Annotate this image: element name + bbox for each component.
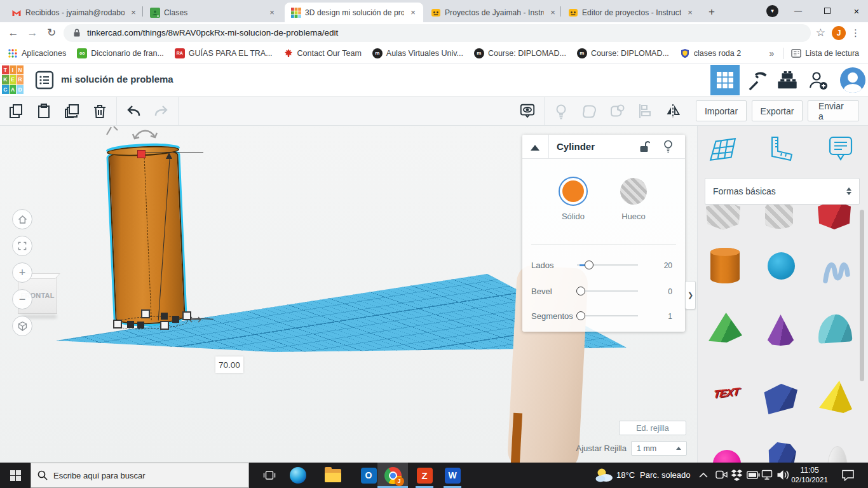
- taskbar-clock[interactable]: 11:05 02/10/2021: [788, 463, 831, 488]
- edge-taskbar-button[interactable]: [285, 463, 311, 488]
- rotate-handle-icon[interactable]: [105, 126, 119, 136]
- show-all-icon[interactable]: [519, 103, 536, 119]
- material-hole-button[interactable]: [620, 178, 647, 205]
- zoom-in-button[interactable]: +: [12, 262, 32, 283]
- delete-icon[interactable]: [92, 103, 108, 119]
- shape-pyramid[interactable]: [818, 381, 852, 413]
- tinkercad-logo[interactable]: T I N K E R C A D: [2, 65, 24, 94]
- blocks-mode-button[interactable]: [773, 65, 802, 95]
- send-to-button[interactable]: Enviar a: [808, 100, 859, 121]
- bevel-slider-handle[interactable]: [576, 287, 585, 295]
- segments-slider-track[interactable]: [577, 315, 638, 316]
- browser-menu-icon[interactable]: ⋮: [851, 27, 860, 39]
- window-minimize-button[interactable]: —: [787, 0, 810, 22]
- shape-text[interactable]: TEXT: [708, 383, 745, 404]
- home-view-button[interactable]: [12, 209, 32, 229]
- reading-list-button[interactable]: Lista de lectura: [791, 48, 859, 58]
- explorer-taskbar-button[interactable]: [320, 463, 346, 488]
- duplicate-icon[interactable]: [64, 103, 80, 119]
- unlock-icon[interactable]: [639, 140, 650, 153]
- forward-button[interactable]: →: [23, 27, 42, 39]
- new-tab-button[interactable]: +: [704, 5, 719, 20]
- bookmark-aulas[interactable]: m Aulas Virtuales Univ...: [372, 48, 463, 58]
- taskbar-search[interactable]: [31, 463, 249, 488]
- bookmark-guias[interactable]: RA GUÍAS PARA EL TRA...: [175, 48, 273, 58]
- segments-slider-handle[interactable]: [576, 311, 585, 320]
- mirror-icon[interactable]: [665, 103, 681, 119]
- shape-cylinder[interactable]: [710, 248, 740, 283]
- chrome-taskbar-button[interactable]: J: [377, 463, 408, 488]
- shape-half-sphere[interactable]: [713, 450, 741, 463]
- material-solid-button[interactable]: [559, 177, 588, 206]
- export-button[interactable]: Exportar: [752, 100, 803, 121]
- start-button[interactable]: [0, 463, 31, 488]
- corner-handle[interactable]: [160, 321, 169, 330]
- tinkercad-avatar[interactable]: [840, 67, 865, 93]
- design-menu-icon[interactable]: [35, 71, 54, 90]
- bevel-slider-track[interactable]: [577, 290, 638, 292]
- tab-gmail[interactable]: Recibidos - jyaimah@rodabo ×: [5, 3, 144, 22]
- shape-roof[interactable]: [709, 313, 742, 342]
- dropbox-icon[interactable]: [731, 470, 743, 481]
- tab-close-icon[interactable]: ×: [267, 8, 277, 17]
- perspective-toggle-button[interactable]: [12, 316, 32, 336]
- shape-sphere[interactable]: [768, 252, 795, 280]
- shape-polygon[interactable]: [761, 384, 797, 414]
- ruler-tool-icon[interactable]: [766, 135, 796, 164]
- undo-icon[interactable]: [125, 103, 142, 119]
- sides-slider-handle[interactable]: [585, 261, 593, 269]
- copy-icon[interactable]: [8, 103, 24, 119]
- design-title[interactable]: mi solución de problema: [61, 74, 173, 85]
- tab-close-icon[interactable]: ×: [128, 8, 139, 17]
- task-view-button[interactable]: [257, 463, 282, 488]
- speaker-icon[interactable]: [776, 469, 789, 481]
- tab-classroom[interactable]: Clases ×: [144, 3, 282, 22]
- sidebar-collapse-handle[interactable]: ❯: [685, 281, 696, 309]
- bookmark-star-icon[interactable]: ☆: [816, 26, 825, 39]
- tab-close-icon[interactable]: ×: [408, 8, 418, 17]
- shape-category-dropdown[interactable]: Formas básicas: [705, 178, 860, 205]
- tab-close-icon[interactable]: ×: [548, 8, 558, 17]
- reload-button[interactable]: ↻: [42, 26, 61, 39]
- weather-temp[interactable]: 18°C: [616, 470, 635, 480]
- viewport-3d[interactable]: FRONTAL + −: [0, 126, 697, 463]
- bookmarks-overflow-icon[interactable]: »: [769, 48, 774, 58]
- tab-tinkercad-active[interactable]: 3D design mi solución de pro ×: [285, 3, 423, 22]
- sidebar-scrollbar[interactable]: [860, 210, 864, 381]
- corner-handle[interactable]: [141, 309, 150, 318]
- edge-handle[interactable]: [127, 321, 134, 328]
- shape-box-hole[interactable]: [706, 201, 740, 230]
- notifications-icon[interactable]: [841, 470, 855, 481]
- shape-prism[interactable]: [767, 442, 796, 463]
- tab-instructables-2[interactable]: Editor de proyectos - Instruct ×: [562, 3, 700, 22]
- shape-cone[interactable]: [766, 315, 795, 346]
- height-handle[interactable]: [137, 150, 146, 158]
- meet-now-icon[interactable]: [715, 470, 728, 479]
- minecraft-mode-button[interactable]: [742, 65, 771, 95]
- corner-handle[interactable]: [113, 320, 122, 329]
- shape-paraboloid[interactable]: [827, 446, 848, 463]
- notes-tool-icon[interactable]: [827, 135, 854, 164]
- edge-handle[interactable]: [137, 322, 144, 329]
- zotero-taskbar-button[interactable]: Z: [412, 463, 437, 488]
- shape-scribble[interactable]: [821, 252, 851, 285]
- back-button[interactable]: ←: [4, 27, 23, 39]
- bookmark-apps[interactable]: Aplicaciones: [8, 48, 66, 58]
- window-maximize-button[interactable]: [816, 0, 839, 22]
- align-icon[interactable]: [637, 103, 653, 119]
- bookmark-contact[interactable]: Contact Our Team: [283, 48, 362, 58]
- panel-header[interactable]: Cylinder: [522, 135, 685, 159]
- battery-icon[interactable]: [747, 471, 760, 479]
- bookmark-clases-roda[interactable]: clases roda 2: [680, 48, 741, 58]
- edit-grid-button[interactable]: Ed. rejilla: [619, 421, 686, 435]
- window-close-button[interactable]: ×: [845, 0, 868, 22]
- browser-update-icon[interactable]: ▾: [766, 5, 778, 17]
- workplane-tool-icon[interactable]: [708, 135, 737, 164]
- import-button[interactable]: Importar: [696, 100, 747, 121]
- browser-profile-avatar[interactable]: J: [832, 26, 846, 40]
- redo-icon[interactable]: [153, 103, 170, 119]
- shape-round-roof[interactable]: [817, 313, 853, 344]
- tab-close-icon[interactable]: ×: [685, 8, 695, 17]
- address-bar[interactable]: tinkercad.com/things/8wRAV0pckRx-mi-solu…: [64, 24, 811, 42]
- bookmark-course-1[interactable]: m Course: DIPLOMAD...: [474, 48, 566, 58]
